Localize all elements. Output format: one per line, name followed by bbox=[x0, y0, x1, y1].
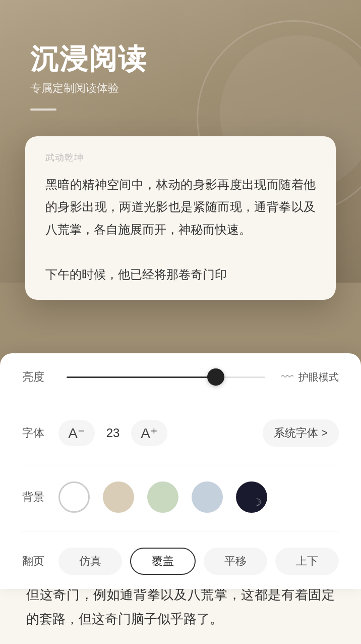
reading-text: 黑暗的精神空间中，林动的身影再度出现而随着他的身影出现，两道光影也是紧随而现，通… bbox=[45, 174, 316, 286]
reading-paragraph-2: 下午的时候，他已经将那卷奇门印 bbox=[45, 267, 227, 281]
panel-divider-2 bbox=[22, 465, 339, 465]
page-option-scroll[interactable]: 上下 bbox=[275, 548, 339, 575]
page-label: 翻页 bbox=[22, 554, 58, 569]
panel-divider-3 bbox=[22, 531, 339, 531]
bg-option-white[interactable] bbox=[58, 481, 90, 513]
hero-subtitle: 专属定制阅读体验 bbox=[30, 81, 119, 96]
bg-option-green[interactable] bbox=[147, 481, 178, 513]
page-turn-row: 翻页 仿真 覆盖 平移 上下 bbox=[22, 548, 339, 575]
bg-option-blue[interactable] bbox=[192, 481, 223, 513]
bg-option-black[interactable] bbox=[236, 481, 267, 513]
slider-track bbox=[67, 377, 265, 378]
font-decrease-button[interactable]: A⁻ bbox=[58, 420, 95, 446]
book-label: 武动乾坤 bbox=[45, 151, 316, 164]
eye-mode[interactable]: 〰 护眼模式 bbox=[281, 370, 339, 384]
font-controls: A⁻ 23 A⁺ 系统字体 > bbox=[58, 419, 339, 447]
reading-paragraph-1: 黑暗的精神空间中，林动的身影再度出现而随着他的身影出现，两道光影也是紧随而现，通… bbox=[45, 178, 316, 236]
bg-option-beige[interactable] bbox=[103, 481, 134, 513]
panel-divider-1 bbox=[22, 403, 339, 403]
brightness-slider[interactable] bbox=[67, 377, 265, 378]
brightness-label: 亮度 bbox=[22, 369, 58, 385]
background-options bbox=[58, 481, 339, 513]
bottom-text: 但这奇门，例如通背拳以及八荒掌，这都是有着固定的套路，但这奇门脑子似乎路了。 bbox=[26, 582, 335, 631]
hero-divider bbox=[30, 109, 56, 111]
background-row: 背景 bbox=[22, 481, 339, 513]
page-options: 仿真 覆盖 平移 上下 bbox=[58, 548, 339, 575]
eye-mode-label: 护眼模式 bbox=[298, 370, 339, 384]
eye-icon: 〰 bbox=[281, 370, 293, 384]
page-option-simulated[interactable]: 仿真 bbox=[58, 548, 122, 575]
brightness-row: 亮度 〰 护眼模式 bbox=[22, 369, 339, 385]
page-option-slide[interactable]: 平移 bbox=[204, 548, 267, 575]
font-row: 字体 A⁻ 23 A⁺ 系统字体 > bbox=[22, 419, 339, 447]
font-increase-button[interactable]: A⁺ bbox=[131, 420, 167, 446]
slider-thumb[interactable] bbox=[207, 368, 224, 386]
slider-fill bbox=[67, 377, 216, 378]
control-panel: 亮度 〰 护眼模式 字体 A⁻ 23 A⁺ 系统字体 > bbox=[0, 353, 361, 589]
hero-title: 沉浸阅读 bbox=[30, 40, 147, 79]
page-option-cover[interactable]: 覆盖 bbox=[130, 548, 196, 575]
font-family-button[interactable]: 系统字体 > bbox=[263, 419, 339, 447]
font-size-value: 23 bbox=[104, 426, 122, 440]
font-label: 字体 bbox=[22, 425, 58, 441]
bg-label: 背景 bbox=[22, 490, 58, 505]
reading-card: 武动乾坤 黑暗的精神空间中，林动的身影再度出现而随着他的身影出现，两道光影也是紧… bbox=[25, 136, 336, 300]
